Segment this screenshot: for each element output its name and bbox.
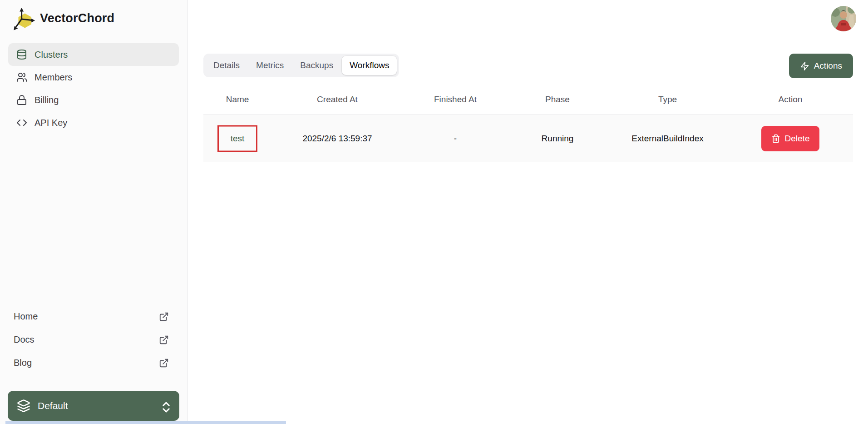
database-icon [16,49,27,60]
tab-label: Backups [300,60,333,70]
top-bar [187,0,868,37]
code-icon [16,117,27,128]
sidebar-item-billing[interactable]: Billing [8,89,179,111]
tab-workflows[interactable]: Workflows [342,56,397,75]
sidebar-link-label: Blog [14,358,32,368]
org-switcher-button[interactable]: Default [8,391,179,421]
column-header-action: Action [728,95,853,105]
chevrons-up-down-icon [159,400,170,411]
brand-logo[interactable]: VectorChord [0,0,187,37]
tab-label: Metrics [256,60,284,70]
lock-icon [16,95,27,105]
external-link-icon [159,358,169,368]
external-link-icon [159,335,169,345]
workflow-created-at: 2025/2/6 13:59:37 [271,134,403,144]
table-header-row: Name Created At Finished At Phase Type A… [203,78,853,115]
tab-backups[interactable]: Backups [292,56,341,75]
workflow-finished-at: - [403,134,508,144]
tab-metrics[interactable]: Metrics [248,56,291,75]
workflow-phase: Running [508,134,607,144]
sidebar-nav: Clusters Members Billing [0,37,187,134]
column-header-type: Type [607,95,728,105]
column-header-finished-at: Finished At [403,95,508,105]
workflow-name-text: test [231,134,245,144]
tab-details[interactable]: Details [206,56,247,75]
actions-button-label: Actions [814,61,842,71]
sidebar-item-label: Billing [35,95,59,105]
delete-button-label: Delete [785,134,810,144]
user-avatar[interactable] [831,6,856,31]
sidebar-item-clusters[interactable]: Clusters [8,43,179,66]
workflow-type: ExternalBuildIndex [607,134,728,144]
external-link-icon [159,312,169,322]
cluster-detail-panel: Details Metrics Backups Workflows [187,37,868,162]
sidebar-link-label: Docs [14,334,35,345]
sidebar-spacer [0,134,187,305]
sidebar-item-members[interactable]: Members [8,66,179,89]
tab-label: Workflows [350,60,389,70]
main-area: Details Metrics Backups Workflows [187,0,868,424]
sidebar-external-links: Home Docs Blog [0,305,187,374]
sidebar-link-label: Home [14,311,38,322]
org-switcher-label: Default [38,400,68,411]
sidebar-link-blog[interactable]: Blog [14,351,169,374]
layers-icon [17,399,30,413]
workflow-name-link[interactable]: test [203,134,271,144]
actions-button[interactable]: Actions [789,54,853,78]
window-edge-strip [5,421,286,424]
sidebar-link-docs[interactable]: Docs [14,328,169,351]
table-row: test 2025/2/6 13:59:37 - Running Externa… [203,115,853,162]
brand-name: VectorChord [40,11,114,25]
sidebar-item-label: Clusters [35,50,68,60]
zap-icon [800,61,809,71]
users-icon [16,72,27,83]
trash-icon [771,134,780,143]
column-header-name: Name [203,95,271,105]
sidebar: VectorChord Clusters Members [0,0,187,424]
sidebar-item-label: API Key [35,118,67,128]
tab-label: Details [213,60,240,70]
sidebar-item-label: Members [35,72,72,83]
delete-button[interactable]: Delete [761,126,820,151]
column-header-created-at: Created At [271,95,403,105]
app-window: VectorChord Clusters Members [0,0,868,424]
cluster-tabs: Details Metrics Backups Workflows [203,54,399,77]
vectorchord-logo-icon [13,7,35,30]
sidebar-link-home[interactable]: Home [14,305,169,328]
sidebar-item-api-key[interactable]: API Key [8,111,179,134]
column-header-phase: Phase [508,95,607,105]
workflows-table: Name Created At Finished At Phase Type A… [203,78,853,162]
